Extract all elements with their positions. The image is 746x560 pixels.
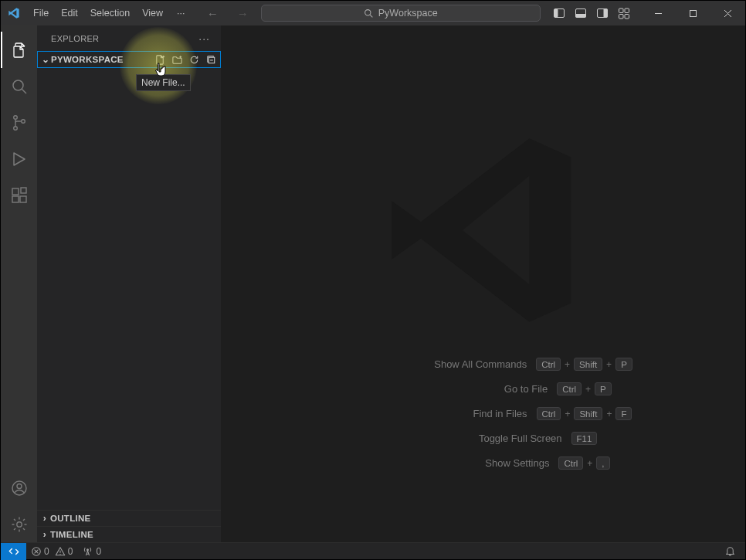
menu-more[interactable]: ··· [169, 8, 192, 19]
titlebar: File Edit Selection View ··· ← → PyWorks… [1, 1, 745, 25]
svg-point-33 [59, 553, 60, 554]
problems-status[interactable]: 0 0 [26, 546, 77, 557]
explorer-title: EXPLORER [51, 34, 99, 43]
command-center[interactable]: PyWorkspace [261, 5, 541, 22]
shortcut-label: Show Settings [356, 457, 549, 469]
shortcut-row: Find in FilesCtrl+Shift+F [334, 407, 632, 420]
shortcut-row: Show SettingsCtrl+, [356, 456, 609, 470]
svg-rect-21 [12, 188, 19, 195]
svg-point-18 [13, 115, 17, 119]
keycap: Shift [574, 407, 602, 420]
keycap: Ctrl [536, 358, 561, 371]
ports-count: 0 [96, 546, 101, 557]
layout-secondary-sidebar-icon[interactable] [592, 1, 613, 25]
warning-icon [55, 546, 66, 557]
timeline-section[interactable]: › TIMELINE [37, 526, 221, 542]
keycap: F [615, 407, 632, 420]
shortcut-label: Go to File [354, 383, 548, 395]
collapse-all-icon[interactable] [205, 54, 217, 66]
shortcut-keys: Ctrl+P [557, 382, 612, 395]
command-center-text: PyWorkspace [378, 8, 438, 19]
activity-explorer-icon[interactable] [1, 32, 37, 68]
activity-settings-icon[interactable] [1, 506, 37, 542]
svg-rect-24 [21, 188, 26, 193]
new-file-tooltip: New File... [136, 74, 191, 91]
explorer-more-icon[interactable]: ··· [198, 32, 210, 45]
svg-rect-10 [619, 15, 624, 19]
menu-selection[interactable]: Selection [84, 1, 136, 25]
keycap: Ctrl [557, 382, 582, 395]
errors-count: 0 [44, 546, 49, 557]
welcome-shortcuts: Show All CommandsCtrl+Shift+PGo to FileC… [221, 358, 745, 470]
svg-line-1 [370, 15, 372, 17]
editor-area: Show All CommandsCtrl+Shift+PGo to FileC… [221, 25, 745, 542]
refresh-icon[interactable] [188, 54, 200, 66]
keycap: Ctrl [537, 407, 561, 420]
explorer-sidebar: EXPLORER ··· ⌄ PYWORKSPACE [37, 25, 221, 542]
keycap: P [595, 382, 612, 395]
svg-line-17 [22, 89, 26, 93]
svg-rect-9 [625, 8, 629, 13]
keycap: P [615, 358, 632, 371]
ports-status[interactable]: 0 [77, 545, 106, 557]
layout-panel-icon[interactable] [570, 1, 592, 25]
keycap: Ctrl [558, 456, 583, 470]
window-minimize-button[interactable] [641, 1, 676, 25]
layout-primary-sidebar-icon[interactable] [548, 1, 570, 25]
plus-separator: + [587, 458, 592, 469]
activity-run-debug-icon[interactable] [1, 141, 37, 177]
svg-rect-3 [554, 9, 558, 18]
svg-rect-5 [576, 14, 586, 18]
notifications-icon[interactable] [720, 545, 745, 557]
new-file-icon[interactable] [154, 54, 166, 66]
svg-rect-23 [20, 196, 26, 202]
plus-separator: + [565, 359, 570, 370]
shortcut-label: Find in Files [334, 408, 527, 419]
keycap: F11 [571, 432, 598, 445]
shortcut-label: Show All Commands [334, 358, 527, 370]
shortcut-row: Go to FileCtrl+P [354, 382, 612, 395]
status-bar: 0 0 0 [1, 542, 745, 559]
shortcut-keys: Ctrl+, [558, 456, 609, 470]
shortcut-label: Toggle Full Screen [369, 433, 562, 444]
window-maximize-button[interactable] [676, 1, 710, 25]
shortcut-keys: F11 [571, 432, 598, 445]
plus-separator: + [606, 409, 612, 419]
svg-rect-13 [690, 10, 697, 16]
menu-edit[interactable]: Edit [55, 1, 84, 25]
outline-label: OUTLINE [50, 514, 91, 523]
svg-point-34 [86, 548, 89, 551]
nav-back-icon[interactable]: ← [201, 7, 225, 20]
shortcut-row: Show All CommandsCtrl+Shift+P [334, 358, 632, 371]
activity-extensions-icon[interactable] [1, 177, 37, 213]
keycap: Shift [574, 358, 602, 371]
activity-search-icon[interactable] [1, 68, 37, 104]
activity-bar [1, 25, 37, 542]
svg-point-0 [365, 9, 370, 15]
customize-layout-icon[interactable] [613, 1, 635, 25]
svg-point-27 [16, 521, 21, 526]
shortcut-row: Toggle Full ScreenF11 [369, 432, 598, 445]
activity-source-control-icon[interactable] [1, 104, 37, 141]
plus-separator: + [565, 409, 570, 419]
svg-rect-22 [12, 196, 19, 202]
radio-tower-icon [82, 545, 93, 557]
outline-section[interactable]: › OUTLINE [37, 510, 221, 526]
new-folder-icon[interactable] [171, 54, 183, 66]
svg-point-16 [13, 80, 23, 90]
window-close-button[interactable] [710, 1, 745, 25]
nav-forward-icon[interactable]: → [231, 7, 255, 20]
vscode-watermark-icon [379, 126, 588, 334]
svg-rect-11 [625, 15, 629, 19]
chevron-right-icon: › [39, 529, 50, 540]
error-icon [31, 546, 42, 557]
svg-rect-7 [604, 9, 608, 18]
menu-file[interactable]: File [27, 1, 55, 25]
timeline-label: TIMELINE [50, 530, 93, 539]
search-icon [364, 8, 374, 19]
activity-accounts-icon[interactable] [1, 470, 37, 506]
remote-indicator[interactable] [1, 543, 26, 560]
plus-separator: + [606, 359, 612, 370]
menu-view[interactable]: View [136, 1, 169, 25]
workspace-folder-header[interactable]: ⌄ PYWORKSPACE [37, 51, 221, 68]
